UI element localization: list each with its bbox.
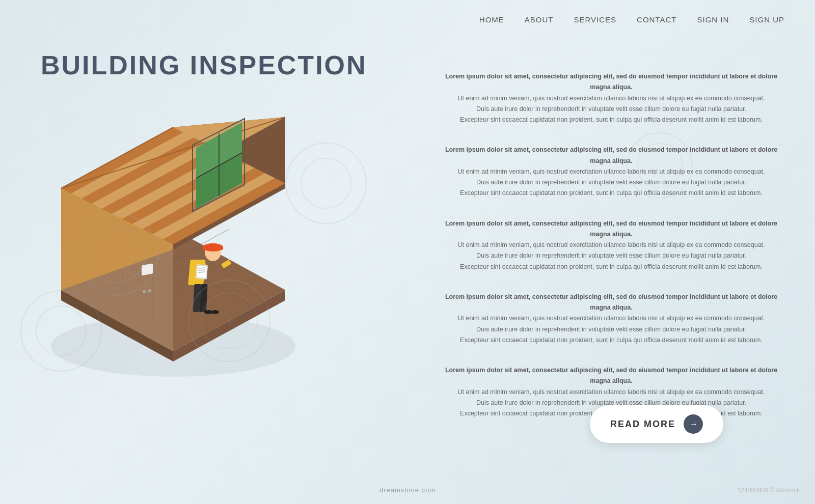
text-line-1-1: Ut enim ad minim veniam, quis nostrud ex… xyxy=(438,93,784,104)
text-line-3-1: Ut enim ad minim veniam, quis nostrud ex… xyxy=(438,240,784,250)
nav-contact[interactable]: CONTACT xyxy=(637,15,676,24)
text-line-3-2: Duis aute irure dolor in reprehenderit i… xyxy=(438,250,784,261)
text-line-2-3: Excepteur sint occaecat cupidatat non pr… xyxy=(438,188,784,199)
watermark-circle-4 xyxy=(36,305,87,356)
text-lead-5: Lorem ipsum dolor sit amet, consectetur … xyxy=(438,365,784,387)
text-lead-4: Lorem ipsum dolor sit amet, consectetur … xyxy=(438,292,784,314)
svg-point-63 xyxy=(148,289,151,292)
text-line-2-1: Ut enim ad minim veniam, quis nostrud ex… xyxy=(438,166,784,177)
text-line-4-1: Ut enim ad minim veniam, quis nostrud ex… xyxy=(438,313,784,324)
text-lead-1: Lorem ipsum dolor sit amet, consectetur … xyxy=(438,71,784,93)
nav-services[interactable]: SERVICES xyxy=(574,15,616,24)
svg-line-58 xyxy=(198,268,205,268)
svg-point-62 xyxy=(143,290,146,293)
svg-text:©: © xyxy=(228,319,231,324)
svg-point-50 xyxy=(211,310,219,314)
nav-about[interactable]: ABOUT xyxy=(525,15,554,24)
text-line-3-3: Excepteur sint occaecat cupidatat non pr… xyxy=(438,262,784,272)
text-line-4-3: Excepteur sint occaecat cupidatat non pr… xyxy=(438,335,784,346)
text-line-1-2: Duis aute irure dolor in reprehenderit i… xyxy=(438,104,784,115)
main-nav: HOME ABOUT SERVICES CONTACT SIGN IN SIGN… xyxy=(449,0,815,39)
read-more-label: READ MORE xyxy=(610,419,675,430)
svg-text:©: © xyxy=(116,253,119,258)
svg-line-59 xyxy=(198,270,205,270)
text-block-1: Lorem ipsum dolor sit amet, consectetur … xyxy=(438,71,784,125)
svg-rect-53 xyxy=(203,246,223,250)
nav-signup[interactable]: SIGN UP xyxy=(749,15,784,24)
read-more-button[interactable]: READ MORE → xyxy=(590,405,723,443)
text-block-4: Lorem ipsum dolor sit amet, consectetur … xyxy=(438,292,784,346)
watermark: dreamstime.com xyxy=(379,486,436,494)
svg-line-60 xyxy=(198,272,205,272)
nav-signin[interactable]: SIGN IN xyxy=(697,15,729,24)
page-title: BUILDING INSPECTION xyxy=(41,51,367,80)
nav-home[interactable]: HOME xyxy=(479,15,504,24)
arrow-right-icon: → xyxy=(684,414,703,434)
text-lead-2: Lorem ipsum dolor sit amet, consectetur … xyxy=(438,145,784,166)
content-area: Lorem ipsum dolor sit amet, consectetur … xyxy=(438,71,784,438)
text-block-3: Lorem ipsum dolor sit amet, consectetur … xyxy=(438,218,784,272)
text-line-1-3: Excepteur sint occaecat cupidatat non pr… xyxy=(438,115,784,125)
text-line-5-1: Ut enim ad minim veniam, quis nostrud ex… xyxy=(438,387,784,398)
text-lead-3: Lorem ipsum dolor sit amet, consectetur … xyxy=(438,218,784,240)
text-line-2-2: Duis aute irure dolor in reprehenderit i… xyxy=(438,177,784,188)
text-line-4-2: Duis aute irure dolor in reprehenderit i… xyxy=(438,324,784,335)
text-block-2: Lorem ipsum dolor sit amet, consectetur … xyxy=(438,145,784,199)
watermark-circle-2 xyxy=(301,158,351,209)
watermark-text: dreamstime.com xyxy=(379,486,436,494)
watermark-circle-6 xyxy=(637,143,683,188)
stock-id: 124088908 © Vdoomik xyxy=(738,487,800,494)
